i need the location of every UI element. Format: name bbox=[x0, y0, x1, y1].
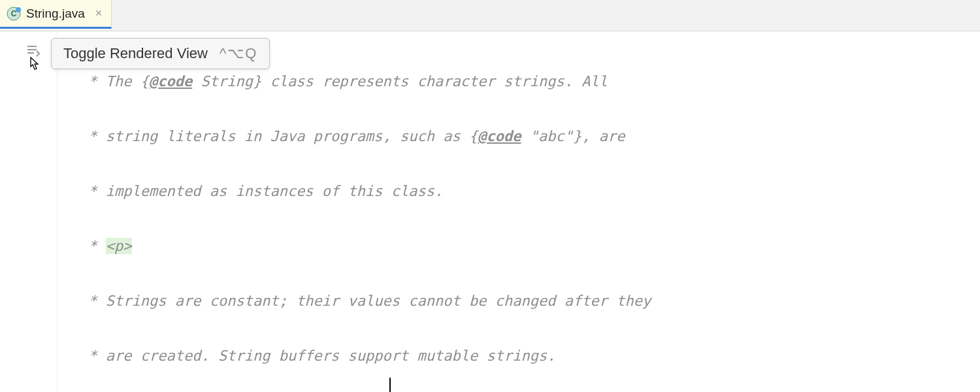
tooltip-toggle-rendered-view: Toggle Rendered View ^⌥Q bbox=[51, 38, 270, 69]
svg-rect-4 bbox=[27, 49, 37, 50]
tooltip-label: Toggle Rendered View bbox=[63, 45, 208, 62]
code-line: * The {@code String} class represents ch… bbox=[80, 68, 980, 95]
editor-gutter bbox=[0, 31, 57, 392]
code-line: * are created. String buffers support mu… bbox=[80, 342, 980, 370]
code-line: * implemented as instances of this class… bbox=[80, 178, 980, 205]
javadoc-tag: @code bbox=[478, 128, 521, 144]
toggle-rendered-view-gutter-icon[interactable] bbox=[26, 43, 42, 60]
java-class-icon: C bbox=[7, 7, 21, 21]
code-line: * <p> bbox=[80, 233, 980, 260]
code-line: * Strings are constant; their values can… bbox=[80, 287, 980, 315]
html-tag-highlight: <p> bbox=[106, 238, 132, 254]
text-caret bbox=[389, 378, 391, 392]
svg-rect-3 bbox=[27, 46, 37, 47]
tab-filename: String.java bbox=[26, 7, 85, 21]
editor-tab[interactable]: C String.java × bbox=[0, 0, 112, 29]
close-tab-icon[interactable]: × bbox=[95, 7, 103, 20]
svg-point-2 bbox=[16, 7, 21, 12]
svg-rect-5 bbox=[27, 52, 34, 54]
code-line: * string literals in Java programs, such… bbox=[80, 123, 980, 150]
editor-area: Toggle Rendered View ^⌥Q * The {@code St… bbox=[0, 31, 980, 392]
tab-bar: C String.java × bbox=[0, 0, 980, 31]
tooltip-shortcut: ^⌥Q bbox=[220, 45, 257, 62]
javadoc-tag: @code bbox=[149, 73, 192, 90]
code-editor[interactable]: * The {@code String} class represents ch… bbox=[57, 31, 980, 392]
